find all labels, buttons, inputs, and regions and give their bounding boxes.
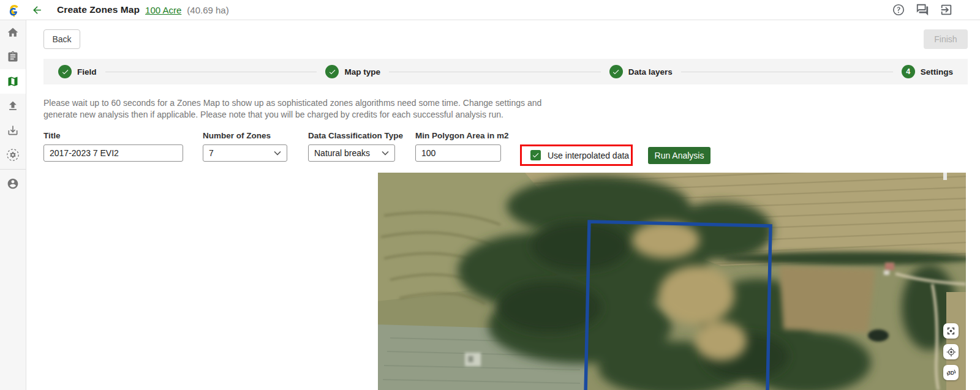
sidebar-item-download[interactable]	[0, 118, 26, 143]
satellite-map[interactable]: 3D	[378, 173, 966, 390]
sidebar-item-zones-map[interactable]	[0, 69, 26, 94]
map-controls: 3D	[943, 323, 959, 380]
download-icon	[7, 124, 19, 137]
number-of-zones-value: 7	[209, 148, 214, 158]
field-area-label: (40.69 ha)	[187, 5, 228, 15]
my-location-button[interactable]	[943, 344, 959, 359]
upload-icon	[7, 100, 19, 112]
data-classification-type-select[interactable]: Natural breaks	[308, 144, 395, 162]
help-icon[interactable]	[892, 3, 905, 17]
create-zones-map-page: Create Zones Map 100 Acre (40.69 ha)	[0, 0, 980, 390]
step-field[interactable]: Field	[58, 65, 97, 78]
chevron-down-icon	[382, 151, 389, 156]
checkmark-icon	[532, 151, 540, 159]
data-classification-type-value: Natural breaks	[314, 148, 370, 158]
step-done-check-icon	[58, 65, 72, 78]
center-map-icon	[946, 326, 956, 336]
sidebar-item-account[interactable]	[0, 171, 26, 196]
sidebar-item-integrations[interactable]	[0, 143, 26, 167]
data-classification-type-label: Data Classification Type	[308, 131, 395, 140]
step-map-type[interactable]: Map type	[325, 65, 380, 78]
step-settings-current[interactable]: 4 Settings	[902, 65, 953, 78]
back-arrow-icon[interactable]	[31, 4, 43, 16]
classification-field-group: Data Classification Type Natural breaks	[308, 131, 395, 162]
account-icon	[7, 178, 19, 190]
title-input[interactable]	[43, 144, 183, 162]
my-location-icon	[946, 347, 956, 357]
page-title: Create Zones Map	[57, 4, 140, 15]
step-label: Settings	[921, 67, 953, 77]
wizard-stepper: Field Map type Data layers 4 Settings	[43, 59, 968, 84]
toggle-3d-button[interactable]: 3D	[943, 365, 959, 380]
three-d-label: 3D	[948, 370, 954, 376]
chevron-down-icon	[274, 151, 281, 156]
left-nav-sidebar	[0, 20, 26, 390]
step-connector	[105, 72, 317, 72]
sidebar-item-upload[interactable]	[0, 94, 26, 118]
step-data-layers[interactable]: Data layers	[609, 65, 673, 78]
step-connector	[389, 72, 601, 72]
use-interpolated-data-label: Use interpolated data	[548, 151, 629, 160]
home-icon	[7, 26, 19, 39]
instructions-text: Please wait up to 60 seconds for a Zones…	[43, 97, 578, 120]
zones-field-group: Number of Zones 7	[203, 131, 287, 162]
step-number-badge: 4	[902, 65, 915, 78]
breadcrumb: Create Zones Map 100 Acre (40.69 ha)	[57, 0, 229, 20]
step-label: Field	[77, 67, 97, 77]
sidebar-divider	[0, 169, 26, 170]
step-done-check-icon	[609, 65, 623, 78]
sidebar-item-tasks[interactable]	[0, 45, 26, 69]
step-done-check-icon	[325, 65, 339, 78]
feedback-chat-icon[interactable]	[916, 3, 929, 17]
field-name-link[interactable]: 100 Acre	[145, 5, 181, 15]
step-label: Data layers	[628, 67, 673, 77]
min-polygon-area-field-group: Min Polygon Area in m2	[415, 131, 501, 162]
run-analysis-button[interactable]: Run Analysis	[648, 147, 710, 164]
satellite-imagery	[378, 173, 966, 390]
min-polygon-area-label: Min Polygon Area in m2	[415, 131, 501, 140]
title-field-group: Title	[43, 131, 183, 162]
gear-dashed-icon	[6, 148, 20, 162]
number-of-zones-label: Number of Zones	[203, 131, 287, 140]
use-interpolated-data-checkbox[interactable]	[530, 150, 541, 160]
zones-map-icon	[7, 75, 19, 88]
step-connector	[681, 72, 893, 72]
title-label: Title	[43, 131, 183, 140]
top-bar-actions	[892, 3, 953, 17]
logout-icon[interactable]	[940, 3, 953, 17]
geopard-logo-icon[interactable]	[5, 2, 21, 18]
min-polygon-area-input[interactable]	[415, 144, 501, 162]
clipboard-icon	[7, 51, 19, 63]
back-button[interactable]: Back	[43, 29, 80, 49]
top-bar: Create Zones Map 100 Acre (40.69 ha)	[0, 0, 980, 20]
use-interpolated-data-highlight-box: Use interpolated data	[520, 144, 633, 166]
center-map-button[interactable]	[943, 323, 959, 339]
finish-button[interactable]: Finish	[924, 29, 968, 49]
number-of-zones-select[interactable]: 7	[203, 144, 287, 162]
step-label: Map type	[344, 67, 380, 77]
sidebar-item-home[interactable]	[0, 20, 26, 45]
